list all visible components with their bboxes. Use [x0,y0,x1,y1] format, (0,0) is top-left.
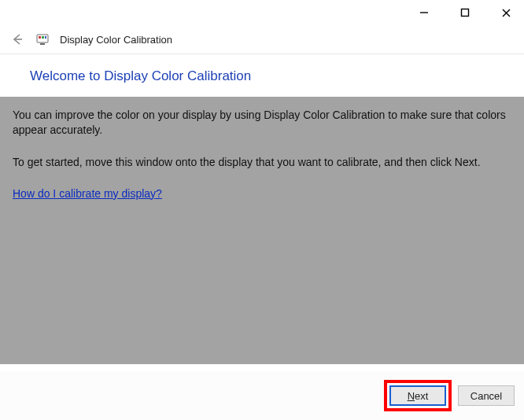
cancel-button-label: Cancel [470,390,502,402]
intro-paragraph-1: You can improve the color on your displa… [13,108,510,138]
window-titlebar [0,0,524,25]
svg-rect-6 [39,36,41,39]
svg-rect-8 [45,36,46,39]
next-button[interactable]: Next [389,385,446,406]
content-area: You can improve the color on your displa… [0,97,524,364]
maximize-button[interactable] [452,3,478,22]
header-bar: Display Color Calibration [0,25,524,54]
svg-rect-1 [462,9,469,17]
app-icon [36,33,49,46]
close-button[interactable] [493,3,519,22]
footer-bar: Next Cancel [0,371,524,420]
svg-rect-9 [40,43,45,45]
help-link[interactable]: How do I calibrate my display? [13,187,162,200]
svg-rect-7 [42,36,44,39]
next-button-highlight: Next [384,380,452,411]
back-arrow-icon[interactable] [9,31,25,47]
minimize-button[interactable] [411,3,437,22]
next-button-accelerator: N [408,390,415,402]
cancel-button[interactable]: Cancel [458,385,515,406]
page-heading: Welcome to Display Color Calibration [0,54,524,97]
next-button-label-rest: ext [415,390,428,402]
intro-paragraph-2: To get started, move this window onto th… [13,155,510,170]
app-title: Display Color Calibration [60,34,172,46]
